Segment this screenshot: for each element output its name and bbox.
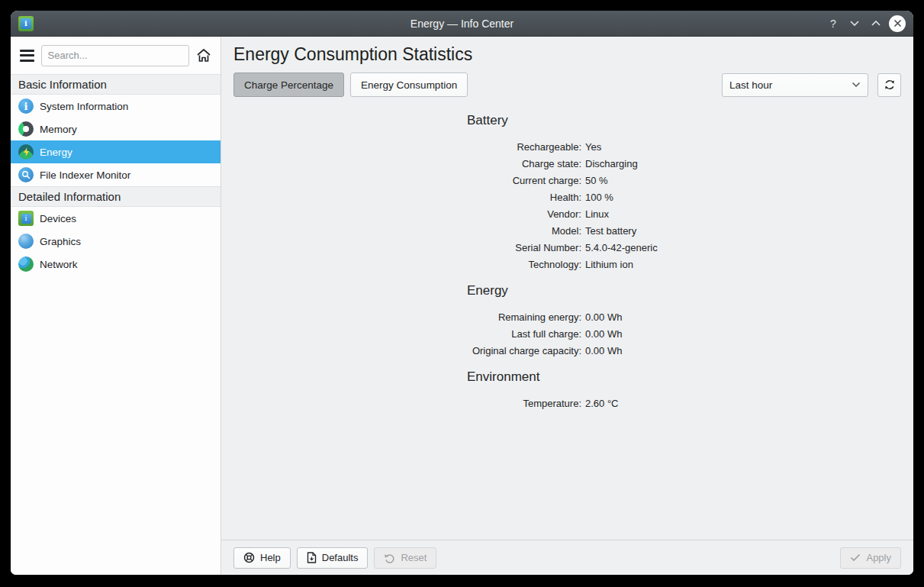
home-icon xyxy=(196,48,211,63)
help-window-button[interactable]: ? xyxy=(825,15,842,32)
info-row-temperature: Temperature: 2.60 °C xyxy=(233,395,901,412)
sidebar: Basic Information i System Information M… xyxy=(11,37,221,575)
sidebar-section-basic-information: Basic Information xyxy=(11,74,221,95)
info-row-vendor: Vendor: Linux xyxy=(233,206,901,223)
apply-button[interactable]: Apply xyxy=(840,547,901,569)
search-input[interactable] xyxy=(41,45,189,66)
info-row-original-charge-capacity: Original charge capacity: 0.00 Wh xyxy=(233,343,901,360)
help-button[interactable]: Help xyxy=(233,547,291,569)
sidebar-item-devices[interactable]: i Devices xyxy=(11,207,221,230)
graphics-sphere-icon xyxy=(18,234,34,249)
sidebar-item-system-information[interactable]: i System Information xyxy=(11,95,221,118)
charge-percentage-toggle[interactable]: Charge Percentage xyxy=(233,73,344,97)
sidebar-item-file-indexer-monitor[interactable]: File Indexer Monitor xyxy=(11,163,221,186)
chevron-down-icon xyxy=(852,82,861,88)
sidebar-item-label: Graphics xyxy=(40,236,81,247)
section-title-energy: Energy xyxy=(467,283,901,298)
sidebar-item-label: Energy xyxy=(40,147,72,158)
section-title-battery: Battery xyxy=(467,113,901,128)
hamburger-menu-icon[interactable] xyxy=(20,50,34,62)
info-row-serial-number: Serial Number: 5.4.0-42-generic xyxy=(233,240,901,256)
home-button[interactable] xyxy=(196,47,211,64)
toolbar: Charge Percentage Energy Consumption Las… xyxy=(221,65,913,97)
memory-chart-icon xyxy=(18,121,34,137)
info-row-model: Model: Test battery xyxy=(233,223,901,240)
sidebar-item-memory[interactable]: Memory xyxy=(11,118,221,140)
document-defaults-icon xyxy=(307,552,317,563)
sidebar-item-label: Memory xyxy=(40,124,77,135)
defaults-button[interactable]: Defaults xyxy=(297,547,369,569)
sidebar-item-label: System Information xyxy=(40,101,128,112)
info-center-window: i Energy — Info Center ? xyxy=(11,11,913,575)
sidebar-item-graphics[interactable]: Graphics xyxy=(11,230,221,253)
checkmark-icon xyxy=(850,553,861,562)
info-row-health: Health: 100 % xyxy=(233,189,901,206)
sidebar-item-label: File Indexer Monitor xyxy=(40,169,130,181)
timespan-select[interactable]: Last hour xyxy=(722,73,868,97)
close-icon xyxy=(893,19,902,27)
energy-consumption-toggle[interactable]: Energy Consumption xyxy=(350,73,468,97)
undo-reset-icon xyxy=(384,553,395,563)
energy-battery-icon xyxy=(18,144,34,160)
chevron-up-icon xyxy=(871,20,881,27)
reset-button[interactable]: Reset xyxy=(374,547,436,569)
main-panel: Energy Consumption Statistics Charge Per… xyxy=(221,37,913,575)
close-button[interactable] xyxy=(889,15,906,32)
network-globe-icon xyxy=(18,256,34,272)
search-index-icon xyxy=(18,167,34,182)
info-row-current-charge: Current charge: 50 % xyxy=(233,173,901,189)
sidebar-item-label: Devices xyxy=(40,213,76,224)
window-title: Energy — Info Center xyxy=(11,18,913,30)
info-row-last-full-charge: Last full charge: 0.00 Wh xyxy=(233,326,901,343)
device-chip-icon: i xyxy=(18,211,34,226)
footer: Help Defaults Reset xyxy=(221,540,913,575)
info-circle-icon: i xyxy=(18,98,34,114)
chevron-down-icon xyxy=(849,20,860,27)
maximize-button[interactable] xyxy=(868,15,884,32)
timespan-selected-value: Last hour xyxy=(729,79,852,91)
sidebar-item-network[interactable]: Network xyxy=(11,253,221,276)
app-icon: i xyxy=(18,16,34,31)
minimize-button[interactable] xyxy=(846,15,863,32)
section-title-environment: Environment xyxy=(467,369,901,385)
page-title: Energy Consumption Statistics xyxy=(233,44,901,65)
info-row-technology: Technology: Lithium ion xyxy=(233,256,901,273)
refresh-icon xyxy=(884,79,896,91)
sidebar-item-energy[interactable]: Energy xyxy=(11,140,221,163)
sidebar-item-label: Network xyxy=(40,259,78,270)
help-lifebuoy-icon xyxy=(243,552,255,563)
titlebar[interactable]: i Energy — Info Center ? xyxy=(11,11,913,37)
refresh-button[interactable] xyxy=(877,73,901,97)
form-content: Battery Rechargeable: Yes Charge state: … xyxy=(221,97,913,540)
info-row-remaining-energy: Remaining energy: 0.00 Wh xyxy=(233,309,901,326)
info-row-rechargeable: Rechargeable: Yes xyxy=(233,139,901,156)
info-row-charge-state: Charge state: Discharging xyxy=(233,156,901,173)
sidebar-section-detailed-information: Detailed Information xyxy=(11,186,221,207)
